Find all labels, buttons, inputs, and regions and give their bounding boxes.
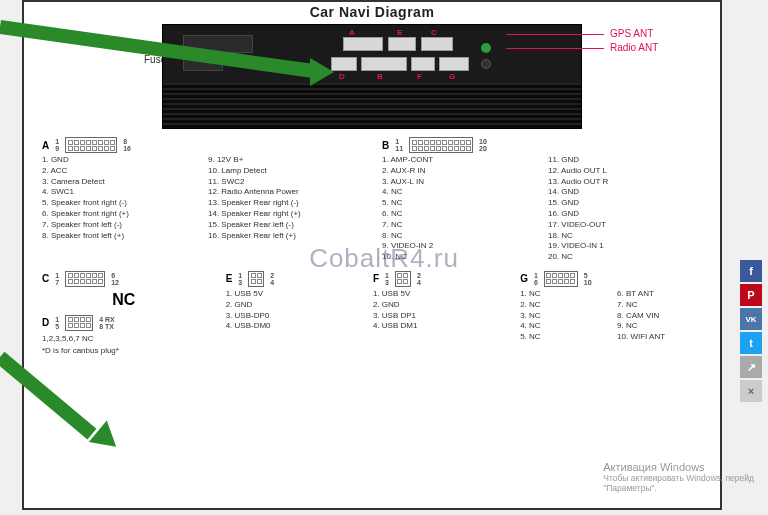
conn-A-col2: 9. 12V B+10. Lamp Detect11. SWC212. Radi… (208, 155, 362, 241)
connector-E-block: E1324 1. USB 5V2. GND3. USB-DP04. USB-DM… (226, 271, 353, 355)
win-sub1: Чтобы активировать Windows, перейд (603, 473, 754, 483)
pinout-grid: A19816 1. GND2. ACC3. Camera Detect4. SW… (42, 137, 702, 355)
conn-B-col2: 11. GND12. Audio OUT L13. Audio OUT R14.… (548, 155, 702, 263)
connector-F-photo (411, 57, 435, 71)
generic-share-button[interactable]: ↗ (740, 356, 762, 378)
radio-ant-label: Radio ANT (610, 42, 658, 53)
antenna-port-2 (481, 59, 491, 69)
connector-D-photo (331, 57, 357, 71)
connector-A-block: A19816 1. GND2. ACC3. Camera Detect4. SW… (42, 137, 362, 263)
diagram-page: Car Navi Diagram Fuse A E C D B F G GPS … (22, 0, 722, 510)
vk-share-button[interactable]: VK (740, 308, 762, 330)
conn-D-side: 4 RX8 TX (99, 316, 115, 330)
conn-D-note2: *D is for canbus plug* (42, 346, 206, 355)
connector-E-photo (388, 37, 416, 51)
conn-C-nc: NC (42, 291, 206, 309)
device-photo: A E C D B F G (162, 24, 582, 129)
win-sub2: "Параметры". (603, 483, 754, 493)
connector-G-block: G16510 1. NC2. NC3. NC4. NC5. NC 6. BT A… (520, 271, 702, 355)
gps-ant-label: GPS ANT (610, 28, 653, 39)
conn-D-note1: 1,2,3,5,6,7 NC (42, 334, 206, 343)
win-title: Активация Windows (603, 461, 754, 473)
conn-A-col1: 1. GND2. ACC3. Camera Detect4. SWC15. Sp… (42, 155, 196, 241)
close-sidebar-button[interactable]: × (740, 380, 762, 402)
social-sidebar: f P VK t ↗ × (740, 260, 762, 402)
connector-A-photo (343, 37, 383, 51)
windows-activation-overlay: Активация Windows Чтобы активировать Win… (603, 461, 754, 493)
connector-B-block: B1111020 1. AMP-CONT2. AUX-R IN3. AUX-L … (382, 137, 702, 263)
antenna-port-1 (481, 43, 491, 53)
connector-C-block: C17612 NC D154 RX8 TX 1,2,3,5,6,7 NC *D … (42, 271, 206, 355)
conn-B-col1: 1. AMP-CONT2. AUX-R IN3. AUX-L IN4. NC5.… (382, 155, 536, 263)
connector-B-photo (361, 57, 407, 71)
twitter-share-button[interactable]: t (740, 332, 762, 354)
pinterest-share-button[interactable]: P (740, 284, 762, 306)
connector-G-photo (439, 57, 469, 71)
connector-C-photo (421, 37, 453, 51)
page-title: Car Navi Diagram (42, 4, 702, 20)
facebook-share-button[interactable]: f (740, 260, 762, 282)
connector-F-block: F1324 1. USB 5V2. GND3. USB DP14. USB DM… (373, 271, 500, 355)
